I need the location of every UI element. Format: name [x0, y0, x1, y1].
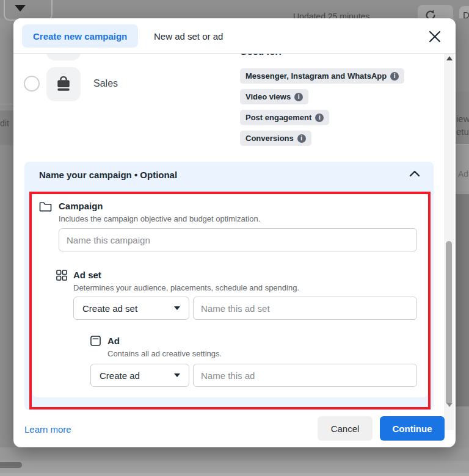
- close-icon[interactable]: [427, 29, 442, 44]
- cancel-button[interactable]: Cancel: [318, 416, 373, 441]
- return-fragment: etu: [456, 126, 469, 137]
- background-divider: [0, 104, 13, 104]
- ad-set-heading: Ad set: [73, 270, 101, 280]
- name-campaign-section: Name your campaign • Optional Campaign I…: [24, 162, 434, 410]
- info-icon[interactable]: i: [315, 114, 324, 122]
- edit-button-fragment: dit: [0, 118, 9, 128]
- ad-mode-dropdown[interactable]: Create ad: [90, 364, 189, 387]
- ad-heading: Ad: [107, 336, 120, 346]
- folder-icon: [39, 201, 52, 212]
- background-bottom-strip: [0, 473, 469, 476]
- info-icon[interactable]: i: [294, 93, 303, 101]
- background-right-bottom: [456, 406, 469, 447]
- scrollbar-thumb[interactable]: [446, 241, 452, 405]
- ad-icon: [90, 336, 101, 346]
- tag-post-engagement: Post engagement i: [240, 110, 329, 125]
- sales-objective-tile[interactable]: [46, 67, 81, 101]
- ad-name-input[interactable]: [193, 364, 417, 387]
- tag-label: Messenger, Instagram and WhatsApp: [245, 71, 387, 81]
- continue-button[interactable]: Continue: [380, 416, 445, 441]
- ad-column-fragment: Ad: [458, 169, 468, 179]
- tag-messenger-instagram-whatsapp: Messenger, Instagram and WhatsApp i: [240, 68, 404, 84]
- campaign-name-input[interactable]: [59, 228, 417, 251]
- naming-fields-card: Campaign Includes the campaign objective…: [32, 194, 428, 397]
- section-title: Name your campaign • Optional: [39, 170, 177, 180]
- dropdown-value: Create ad: [100, 370, 140, 381]
- chevron-up-icon[interactable]: [409, 170, 420, 178]
- scroll-down-icon[interactable]: [446, 403, 453, 407]
- tab-create-new-campaign[interactable]: Create new campaign: [22, 24, 138, 48]
- background-scroll-pill: [0, 462, 22, 468]
- tag-label: Conversions: [245, 134, 294, 143]
- tag-video-views: Video views i: [240, 89, 308, 104]
- background-right-lower: [456, 194, 469, 406]
- tab-new-ad-set-or-ad[interactable]: New ad set or ad: [154, 18, 223, 54]
- caret-down-icon: [174, 373, 180, 377]
- learn-more-link[interactable]: Learn more: [24, 424, 71, 435]
- tag-label: Post engagement: [245, 113, 311, 122]
- background-bottom-band: [0, 461, 469, 473]
- scroll-up-icon[interactable]: [446, 56, 453, 60]
- background-right-upper: [456, 18, 469, 92]
- tag-conversions: Conversions i: [240, 131, 311, 146]
- caret-down-icon: [174, 306, 180, 310]
- tag-label: Video views: [245, 92, 291, 101]
- info-icon[interactable]: i: [390, 72, 399, 81]
- objective-label: Sales: [93, 78, 118, 89]
- create-campaign-modal: Good for: Create new campaign New ad set…: [13, 18, 456, 447]
- background-dropdown-outline: [4, 0, 53, 21]
- info-icon[interactable]: i: [297, 134, 306, 143]
- ad-set-description: Determines your audience, placements, sc…: [73, 283, 299, 292]
- preview-fragment: iew: [456, 114, 469, 124]
- campaign-heading: Campaign: [59, 201, 103, 211]
- ad-description: Contains all ad creative settings.: [107, 349, 222, 358]
- dropdown-value: Create ad set: [82, 303, 137, 314]
- ad-set-mode-dropdown[interactable]: Create ad set: [73, 297, 189, 320]
- background-left-lower: [0, 145, 13, 447]
- campaign-description: Includes the campaign objective and budg…: [59, 214, 260, 223]
- caret-down-icon: [15, 5, 26, 12]
- briefcase-icon: [54, 75, 73, 93]
- ad-set-name-input[interactable]: [193, 297, 417, 320]
- ad-set-grid-icon: [56, 270, 67, 281]
- modal-header: Create new campaign New ad set or ad: [13, 18, 456, 54]
- objective-radio[interactable]: [24, 76, 40, 92]
- background-topbar: [0, 0, 469, 18]
